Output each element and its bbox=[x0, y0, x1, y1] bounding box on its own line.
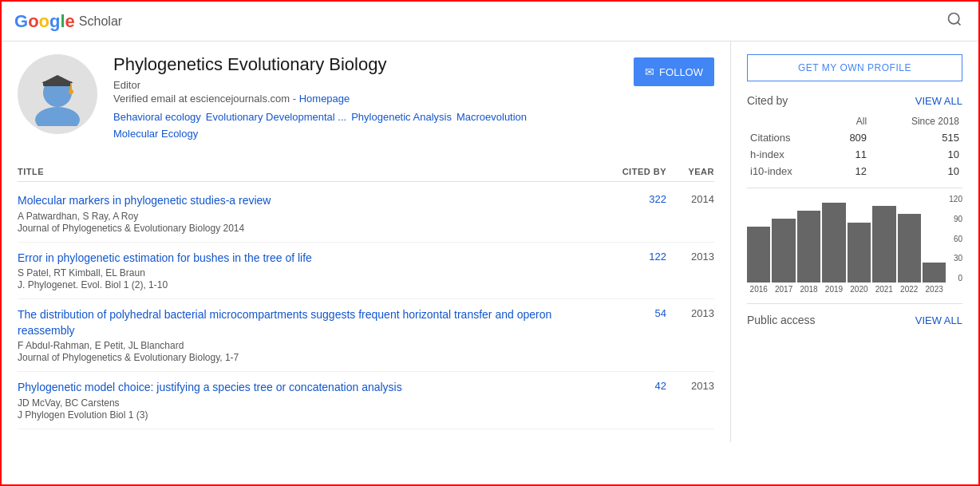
stat-label-citations: Citations bbox=[747, 129, 830, 146]
get-profile-button[interactable]: GET MY OWN PROFILE bbox=[747, 54, 962, 81]
chart-label-2019: 2019 bbox=[822, 285, 845, 294]
chart-year-labels: 2016 2017 2018 2019 2020 2021 2022 2023 bbox=[747, 285, 946, 294]
search-icon bbox=[946, 11, 962, 27]
chart-bar-2017 bbox=[772, 219, 795, 283]
tag-behavioral-ecology[interactable]: Behavioral ecology bbox=[113, 111, 201, 123]
chart-bar-2018 bbox=[797, 211, 820, 283]
svg-marker-5 bbox=[41, 75, 73, 83]
public-access-label: Public access bbox=[747, 314, 816, 326]
chart-divider bbox=[747, 303, 962, 304]
col-title-header: TITLE bbox=[18, 167, 603, 176]
chart-label-2016: 2016 bbox=[747, 285, 770, 294]
chart-bars-area: 2016 2017 2018 2019 2020 2021 2022 2023 bbox=[747, 195, 946, 294]
stats-col-all: All bbox=[830, 113, 871, 129]
cited-by-label: Cited by bbox=[747, 94, 788, 107]
paper-year: 2013 bbox=[666, 380, 714, 392]
search-button[interactable] bbox=[943, 8, 966, 34]
chart-bars bbox=[747, 195, 946, 283]
svg-point-0 bbox=[949, 14, 959, 24]
email-separator: - bbox=[293, 93, 299, 105]
paper-title-link[interactable]: The distribution of polyhedral bacterial… bbox=[18, 308, 551, 337]
tag-macroevolution[interactable]: Macroevolution bbox=[456, 111, 527, 123]
paper-cited-count[interactable]: 42 bbox=[603, 380, 666, 392]
logo: Google Scholar bbox=[14, 13, 122, 30]
paper-title-link[interactable]: Error in phylogenetic estimation for bus… bbox=[18, 251, 312, 264]
profile-section: Phylogenetics Evolutionary Biology Edito… bbox=[18, 54, 714, 149]
paper-journal: Journal of Phylogenetics & Evolutionary … bbox=[18, 352, 603, 363]
avatar bbox=[18, 54, 97, 134]
stats-row-i10index: i10-index 12 10 bbox=[747, 163, 962, 180]
paper-authors: F Abdul-Rahman, E Petit, JL Blanchard bbox=[18, 340, 603, 351]
paper-journal: J. Phylogenet. Evol. Biol 1 (2), 1-10 bbox=[18, 279, 603, 290]
profile-role: Editor bbox=[113, 79, 618, 91]
header: Google Scholar bbox=[2, 2, 978, 41]
col-year-header: YEAR bbox=[666, 167, 714, 176]
chart-bar-2020 bbox=[848, 223, 871, 283]
stats-table: All Since 2018 Citations 809 515 h-index… bbox=[747, 113, 962, 180]
paper-cited-count[interactable]: 122 bbox=[603, 251, 666, 263]
paper-info: Molecular markers in phylogenetic studie… bbox=[18, 193, 603, 234]
table-row: Phylogenetic model choice: justifying a … bbox=[18, 372, 714, 429]
chart-label-2020: 2020 bbox=[848, 285, 871, 294]
paper-journal: Journal of Phylogenetics & Evolutionary … bbox=[18, 223, 603, 234]
profile-name: Phylogenetics Evolutionary Biology bbox=[113, 54, 618, 75]
tag-evolutionary-developmental[interactable]: Evolutionary Developmental ... bbox=[206, 111, 346, 123]
chart-y-axis: 120 90 60 30 0 bbox=[949, 195, 962, 283]
chart-bar-2022 bbox=[898, 214, 921, 283]
chart-label-2022: 2022 bbox=[898, 285, 921, 294]
papers-list: Molecular markers in phylogenetic studie… bbox=[18, 185, 714, 429]
right-panel: GET MY OWN PROFILE Cited by VIEW ALL All… bbox=[731, 41, 978, 442]
paper-info: The distribution of polyhedral bacterial… bbox=[18, 307, 603, 363]
logo-scholar-text: Scholar bbox=[79, 14, 122, 29]
public-access-row: Public access VIEW ALL bbox=[747, 314, 962, 326]
mail-icon: ✉ bbox=[645, 65, 654, 78]
paper-authors: S Patel, RT Kimball, EL Braun bbox=[18, 267, 603, 279]
chart-bar-2019 bbox=[822, 203, 845, 283]
left-panel: Phylogenetics Evolutionary Biology Edito… bbox=[2, 41, 731, 442]
cited-by-view-all-link[interactable]: VIEW ALL bbox=[915, 95, 962, 107]
paper-info: Phylogenetic model choice: justifying a … bbox=[18, 380, 603, 421]
tag-molecular-ecology[interactable]: Molecular Ecology bbox=[113, 128, 198, 140]
paper-year: 2014 bbox=[666, 193, 714, 205]
table-row: Error in phylogenetic estimation for bus… bbox=[18, 243, 714, 300]
public-access-view-all-link[interactable]: VIEW ALL bbox=[915, 314, 962, 326]
profile-info: Phylogenetics Evolutionary Biology Edito… bbox=[113, 54, 618, 140]
follow-label: FOLLOW bbox=[659, 66, 703, 78]
paper-year: 2013 bbox=[666, 307, 714, 319]
homepage-link[interactable]: Homepage bbox=[299, 93, 350, 105]
main-container: Phylogenetics Evolutionary Biology Edito… bbox=[2, 41, 978, 442]
paper-title-link[interactable]: Molecular markers in phylogenetic studie… bbox=[18, 194, 271, 207]
chart-bar-2016 bbox=[747, 227, 770, 283]
col-cited-header: CITED BY bbox=[603, 167, 666, 176]
chart-bar-2023 bbox=[923, 263, 946, 283]
stats-row-hindex: h-index 11 10 bbox=[747, 146, 962, 163]
paper-authors: JD McVay, BC Carstens bbox=[18, 397, 603, 409]
follow-button[interactable]: ✉ FOLLOW bbox=[634, 57, 714, 86]
chart-label-2021: 2021 bbox=[872, 285, 895, 294]
table-row: Molecular markers in phylogenetic studie… bbox=[18, 185, 714, 243]
stat-citations-all: 809 bbox=[830, 129, 871, 146]
profile-tags: Behavioral ecology Evolutionary Developm… bbox=[113, 111, 618, 140]
paper-cited-count[interactable]: 54 bbox=[603, 307, 666, 319]
chart-label-2018: 2018 bbox=[797, 285, 820, 294]
citations-chart: 2016 2017 2018 2019 2020 2021 2022 2023 … bbox=[747, 195, 962, 294]
cited-by-header: Cited by VIEW ALL bbox=[747, 94, 962, 107]
y-label-120: 120 bbox=[949, 195, 962, 203]
y-label-60: 60 bbox=[954, 235, 962, 243]
stat-label-i10index: i10-index bbox=[747, 163, 830, 180]
paper-info: Error in phylogenetic estimation for bus… bbox=[18, 251, 603, 291]
avatar-icon bbox=[26, 62, 89, 126]
paper-title-link[interactable]: Phylogenetic model choice: justifying a … bbox=[18, 381, 402, 393]
profile-email: Verified email at esciencejournals.com -… bbox=[113, 93, 618, 105]
table-row: The distribution of polyhedral bacterial… bbox=[18, 299, 714, 372]
paper-journal: J Phylogen Evolution Biol 1 (3) bbox=[18, 409, 603, 421]
stat-citations-since2018: 515 bbox=[870, 129, 962, 146]
svg-point-2 bbox=[35, 107, 80, 126]
chart-bar-2021 bbox=[872, 206, 895, 283]
paper-cited-count[interactable]: 322 bbox=[603, 193, 666, 205]
tag-phylogenetic-analysis[interactable]: Phylogenetic Analysis bbox=[351, 111, 452, 123]
paper-year: 2013 bbox=[666, 251, 714, 263]
paper-authors: A Patwardhan, S Ray, A Roy bbox=[18, 211, 603, 222]
chart-label-2017: 2017 bbox=[772, 285, 795, 294]
stat-hindex-all: 11 bbox=[830, 146, 871, 163]
